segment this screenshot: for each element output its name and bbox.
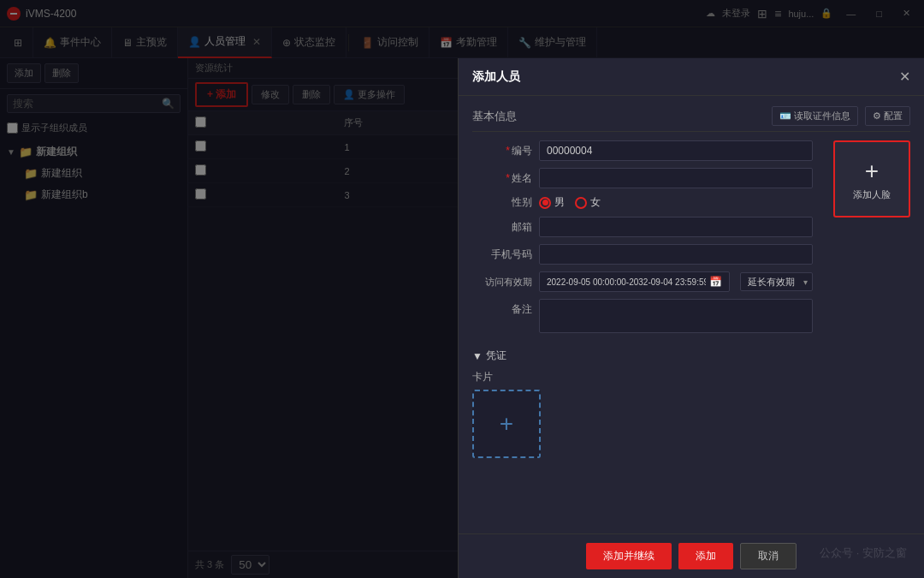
access-period-input-wrap: 📅 [539,271,730,292]
basic-info-section-title: 基本信息 🪪 读取证件信息 ⚙ 配置 [472,106,910,132]
calendar-icon[interactable]: 📅 [709,276,722,288]
gender-female-option[interactable]: 女 [575,195,601,210]
name-input[interactable] [539,168,813,188]
gender-female-radio[interactable] [575,197,587,209]
email-row: 邮箱 [472,217,813,237]
credential-label: 凭证 [486,349,506,363]
credential-content: 卡片 + [472,370,910,458]
code-row: 编号 [472,140,813,161]
id-card-icon: 🪪 [779,110,791,122]
add-button[interactable]: 添加 [678,543,733,569]
credential-section: ▼ 凭证 卡片 + [472,349,910,458]
phone-row: 手机号码 [472,244,813,265]
note-input[interactable] [539,299,813,333]
credential-toggle[interactable]: ▼ 凭证 [472,349,910,363]
note-row: 备注 [472,299,813,333]
note-label: 备注 [472,299,532,317]
card-label: 卡片 [472,370,910,384]
read-cert-button[interactable]: 🪪 读取证件信息 [772,106,858,126]
add-person-modal: 添加人员 ✕ 基本信息 🪪 读取证件信息 ⚙ 配置 [458,58,924,578]
gear-icon: ⚙ [873,110,881,122]
config-button[interactable]: ⚙ 配置 [865,106,910,126]
email-label: 邮箱 [472,220,532,235]
basic-info-form: 编号 姓名 性别 男 [472,140,813,340]
access-period-input[interactable] [547,277,706,287]
extend-select-wrap: 延长有效期 [735,272,813,291]
extend-select[interactable]: 延长有效期 [740,272,813,291]
gender-options: 男 女 [539,195,601,210]
code-input[interactable] [539,140,813,161]
phone-label: 手机号码 [472,247,532,262]
plus-icon: + [865,158,879,185]
photo-area: + 添加人脸 [823,140,910,340]
gender-male-radio[interactable] [539,197,551,209]
modal-overlay: 添加人员 ✕ 基本信息 🪪 读取证件信息 ⚙ 配置 [0,0,924,578]
gender-male-option[interactable]: 男 [539,195,565,210]
code-label: 编号 [472,144,532,158]
add-continue-button[interactable]: 添加并继续 [586,543,672,569]
gender-row: 性别 男 女 [472,195,813,210]
name-row: 姓名 [472,168,813,188]
add-face-label: 添加人脸 [853,188,891,201]
gender-label: 性别 [472,195,532,210]
basic-info-content: 编号 姓名 性别 男 [472,140,910,340]
gender-male-label: 男 [554,195,565,210]
modal-close-button[interactable]: ✕ [899,69,910,85]
card-plus-icon: + [500,410,513,438]
modal-title: 添加人员 [472,69,520,85]
phone-input[interactable] [539,244,813,265]
modal-body: 基本信息 🪪 读取证件信息 ⚙ 配置 编号 [459,96,924,533]
cancel-button[interactable]: 取消 [740,543,797,569]
modal-header: 添加人员 ✕ [459,58,924,96]
section-actions: 🪪 读取证件信息 ⚙ 配置 [772,106,910,126]
add-card-button[interactable]: + [472,390,541,458]
access-period-label: 访问有效期 [472,276,532,289]
gender-female-label: 女 [590,195,601,210]
email-input[interactable] [539,217,813,237]
modal-footer: 添加并继续 添加 取消 [459,533,924,578]
name-label: 姓名 [472,171,532,186]
add-face-button[interactable]: + 添加人脸 [833,140,910,217]
access-period-row: 访问有效期 📅 延长有效期 [472,271,813,292]
chevron-down-icon: ▼ [472,350,483,362]
